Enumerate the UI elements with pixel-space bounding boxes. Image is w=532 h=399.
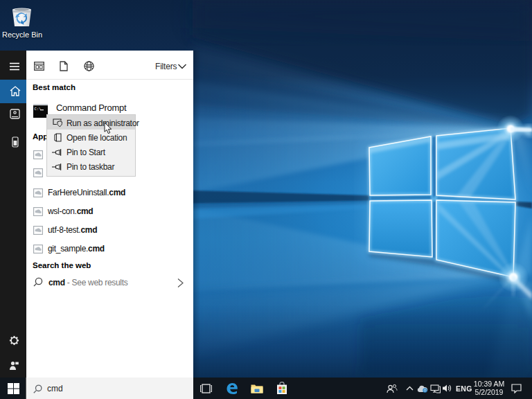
svg-text:C:\: C:\ xyxy=(35,107,42,112)
